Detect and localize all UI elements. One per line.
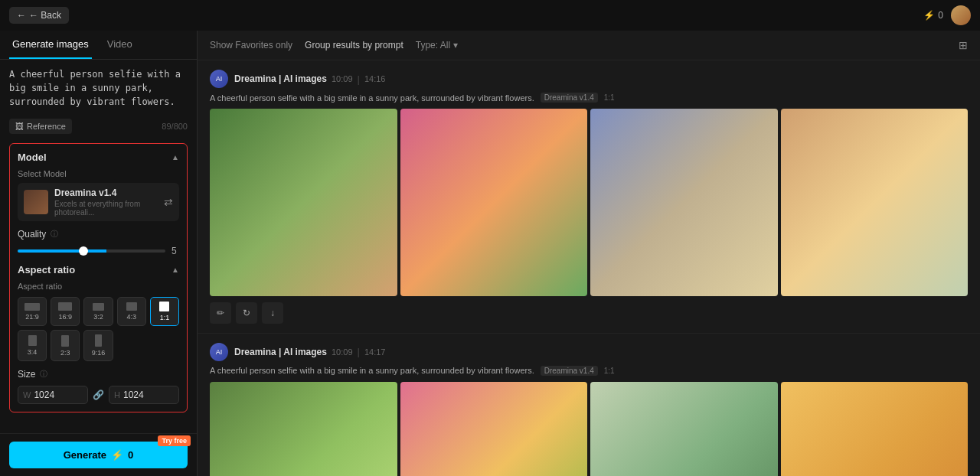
group-author-1: Dreamina | AI images [234,73,327,84]
width-field: W [18,386,88,404]
tab-generate-images[interactable]: Generate images [9,31,92,59]
save-icon: ⊞ [959,39,968,51]
aspect-btn-9-16[interactable]: 9:16 [83,330,113,361]
aspect-section-header[interactable]: Aspect ratio ▲ [18,264,179,275]
download-icon: ↓ [270,308,275,318]
model-section-title: Model [18,152,47,163]
group-ratio-tag-2: 1:1 [604,367,615,375]
link-icon: 🔗 [93,390,104,400]
aspect-btn-1-1[interactable]: 1:1 [150,297,179,326]
refresh-action-button-1[interactable]: ↻ [236,302,257,324]
tab-generate-images-label: Generate images [12,38,89,50]
group-by-prompt-button[interactable]: Group results by prompt [305,38,403,52]
back-arrow-icon: ← [17,10,26,21]
user-avatar[interactable] [951,5,971,25]
aspect-label-9-16: 9:16 [92,349,106,357]
download-action-button-1[interactable]: ↓ [262,302,283,324]
topbar-left: ← ← Back [9,7,69,24]
image-1-3[interactable] [590,109,778,296]
aspect-shape-3-4 [28,335,37,346]
show-favorites-label: Show Favorites only [210,40,292,51]
reference-icon: 🖼 [15,122,24,131]
model-card: Dreamina v1.4 Excels at everything from … [18,183,179,221]
back-label: ← Back [29,10,61,21]
aspect-btn-4-3[interactable]: 4:3 [117,297,146,326]
aspect-chevron-icon: ▲ [172,266,179,274]
content-header: Show Favorites only Group results by pro… [198,31,980,60]
model-info: Dreamina v1.4 Excels at everything from … [54,187,158,217]
aspect-shape-2-3 [61,335,69,347]
size-label: Size [18,369,35,380]
size-info-icon: ⓘ [40,369,47,380]
aspect-btn-3-2[interactable]: 3:2 [83,297,113,326]
group-time1-2: 10:09 [332,347,353,357]
aspect-label-3-4: 3:4 [28,348,38,356]
char-count: 89/800 [162,122,188,131]
back-button[interactable]: ← ← Back [9,7,69,24]
image-1-2[interactable] [400,109,588,296]
generate-row: Try free Generate ⚡ 0 [0,433,197,476]
model-desc: Excels at everything from photoreali... [54,200,158,217]
credits-badge: ⚡ 0 [923,10,943,21]
aspect-label-1-1: 1:1 [160,314,170,321]
group-info-1: Dreamina | AI images 10:09 | 14:16 [234,73,385,85]
quality-value: 5 [172,246,179,256]
save-view-button[interactable]: ⊞ [959,39,968,51]
image-2-3[interactable] [590,382,778,477]
generate-label: Generate [64,449,106,461]
image-grid-1 [210,109,968,296]
image-1-1[interactable] [210,109,397,296]
width-label: W [23,390,31,399]
tab-video[interactable]: Video [104,31,136,59]
generate-button[interactable]: Try free Generate ⚡ 0 [9,442,188,468]
aspect-btn-2-3[interactable]: 2:3 [51,330,80,361]
try-free-badge: Try free [158,435,191,446]
model-chevron-icon: ▲ [172,153,179,161]
lightning-generate-icon: ⚡ [111,449,123,461]
aspect-section-title: Aspect ratio [18,264,75,275]
aspect-shape-21-9 [24,303,40,311]
group-time2-2: 14:17 [364,347,386,357]
aspect-label-16-9: 16:9 [59,313,73,321]
image-1-4[interactable] [781,109,969,296]
size-label-row: Size ⓘ [18,369,179,380]
type-label: Type: All [416,40,450,51]
aspect-shape-9-16 [95,334,102,347]
group-model-tag-2: Dreamina v1.4 [541,366,598,376]
aspect-btn-3-4[interactable]: 3:4 [18,330,47,361]
quality-row: Quality ⓘ [18,229,179,240]
select-model-label: Select Model [18,169,179,178]
image-group-1: AI Dreamina | AI images 10:09 | 14:16 A … [198,60,980,334]
lightning-icon: ⚡ [923,10,935,21]
quality-slider[interactable] [18,249,165,253]
aspect-grid-row1: 21:9 16:9 3:2 4:3 [18,297,179,326]
aspect-btn-16-9[interactable]: 16:9 [51,297,80,326]
model-section-header[interactable]: Model ▲ [18,152,179,163]
quality-label: Quality [18,229,46,240]
image-2-2[interactable] [400,382,588,477]
aspect-shape-3-2 [93,303,104,311]
group-prompt-text-1: A cheerful person selfie with a big smil… [210,93,534,103]
group-author-2: Dreamina | AI images [234,347,327,357]
type-dropdown[interactable]: Type: All ▾ [416,40,458,51]
image-2-4[interactable] [781,382,969,477]
height-field: H [109,386,179,404]
height-input[interactable] [123,390,162,400]
image-group-2: AI Dreamina | AI images 10:09 | 14:17 A … [198,334,980,477]
content-area: Show Favorites only Group results by pro… [198,31,980,476]
image-2-1[interactable] [210,382,397,477]
height-label: H [114,390,120,399]
model-swap-button[interactable]: ⇄ [164,196,173,208]
aspect-label-21-9: 21:9 [25,313,39,321]
aspect-grid-row2: 3:4 2:3 9:16 [18,330,179,361]
aspect-btn-21-9[interactable]: 21:9 [18,297,47,326]
main-layout: Generate images Video A cheerful person … [0,31,980,476]
reference-button[interactable]: 🖼 Reference [9,119,72,134]
show-favorites-button[interactable]: Show Favorites only [210,38,292,52]
credits-count: 0 [938,10,943,21]
width-input[interactable] [34,390,72,400]
group-by-prompt-label: Group results by prompt [305,40,403,51]
prompt-input[interactable]: A cheerful person selfie with a big smil… [9,67,188,113]
prompt-footer: 🖼 Reference 89/800 [9,116,188,137]
edit-action-button-1[interactable]: ✏ [210,302,231,324]
